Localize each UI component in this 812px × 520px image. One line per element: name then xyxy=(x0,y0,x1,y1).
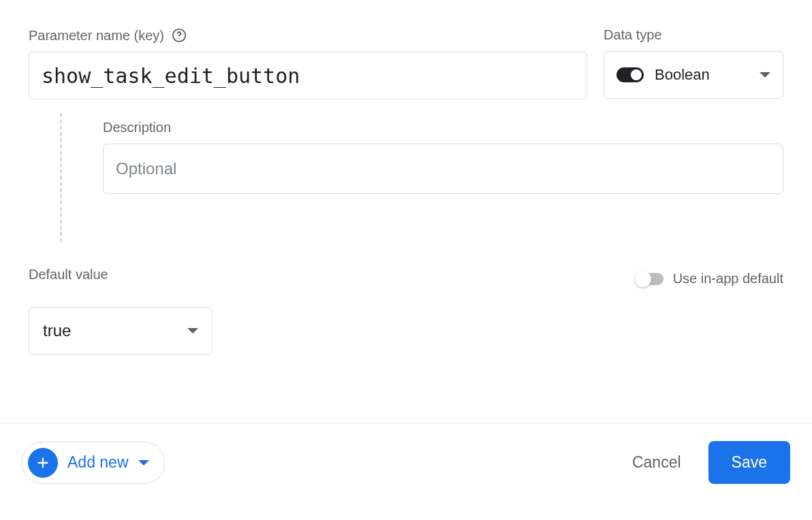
chevron-down-icon xyxy=(760,72,770,78)
parameter-name-input[interactable] xyxy=(29,52,587,99)
footer-bar: Add new Cancel Save xyxy=(0,423,812,502)
toggle-off-icon xyxy=(636,273,663,285)
data-type-select[interactable]: Boolean xyxy=(604,51,783,99)
description-section: Description xyxy=(29,113,783,242)
boolean-type-icon xyxy=(616,67,644,82)
add-new-button[interactable]: Add new xyxy=(22,442,165,484)
chevron-down-icon xyxy=(187,328,198,334)
save-button[interactable]: Save xyxy=(708,441,790,484)
indent-divider xyxy=(60,113,62,242)
default-value-text: true xyxy=(43,321,187,340)
use-inapp-default-label: Use in-app default xyxy=(673,271,783,287)
data-type-value: Boolean xyxy=(655,66,749,84)
help-icon[interactable] xyxy=(171,27,187,44)
parameter-name-label-text: Parameter name (key) xyxy=(29,28,164,44)
parameter-name-label: Parameter name (key) xyxy=(29,27,587,44)
chevron-down-icon xyxy=(138,460,149,466)
parameter-name-field-group: Parameter name (key) xyxy=(29,27,587,99)
default-value-label: Default value xyxy=(29,267,213,282)
data-type-field-group: Data type Boolean xyxy=(604,27,783,99)
description-input[interactable] xyxy=(103,144,783,194)
plus-icon xyxy=(28,448,58,478)
data-type-label: Data type xyxy=(604,27,783,43)
svg-point-1 xyxy=(178,38,180,39)
default-value-row: Default value true Use in-app default xyxy=(29,267,783,355)
add-new-label: Add new xyxy=(67,453,129,472)
cancel-button[interactable]: Cancel xyxy=(632,453,681,472)
use-inapp-default-toggle[interactable]: Use in-app default xyxy=(636,271,783,287)
default-value-select[interactable]: true xyxy=(29,307,213,355)
description-label: Description xyxy=(103,120,783,135)
